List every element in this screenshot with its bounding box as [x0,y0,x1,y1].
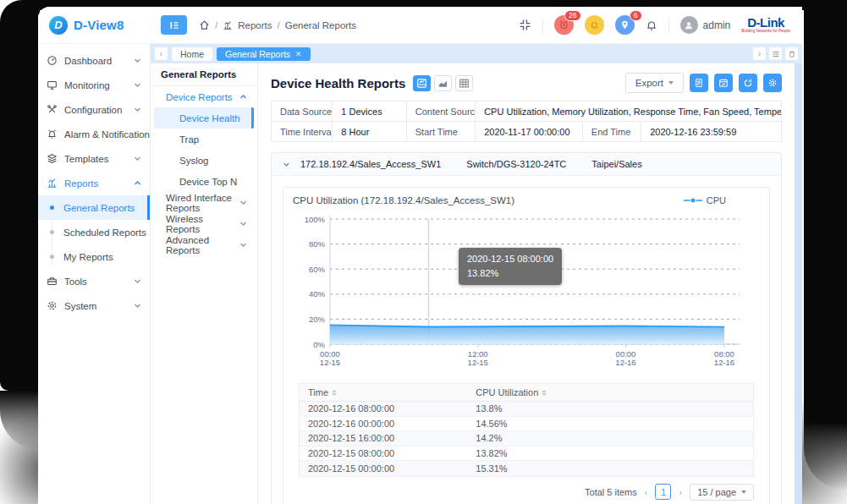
tab-bar-actions: › [753,47,798,60]
next-page-button[interactable]: › [679,487,682,497]
close-icon[interactable]: ✕ [295,50,302,58]
content-source-label: Content Source [406,101,475,122]
tools-icon [47,276,58,287]
prev-page-button[interactable]: ‹ [645,487,648,497]
sidebar-item-reports[interactable]: Reports [38,171,150,195]
export-button[interactable]: Export [625,73,684,93]
sidebar-item-templates[interactable]: Templates [38,146,150,171]
table-row[interactable]: 2020-12-15 16:00:0014.2% [300,431,753,446]
sidebar-item-system[interactable]: System [38,293,150,318]
sort-icon[interactable] [542,390,547,396]
breadcrumb-general-reports[interactable]: General Reports [285,20,356,30]
chart-view-button[interactable] [434,75,452,91]
sidebar-item-my-reports[interactable]: My Reports [38,244,150,269]
svg-text:60%: 60% [309,265,326,274]
table-row[interactable]: 2020-12-16 08:00:0013.8% [300,402,753,417]
tab-scroll-left-button[interactable]: ‹ [155,47,168,60]
content-source-value: CPU Utilization, Memory Utilization, Res… [476,101,782,122]
home-icon[interactable] [199,19,210,30]
dview-logo-icon: D [49,16,68,35]
svg-text:12-15: 12-15 [468,358,488,367]
alarm-notification-icon[interactable]: 26 [554,15,574,35]
tree-item-device-top-n[interactable]: Device Top N [154,171,254,192]
tree-item-advanced-reports[interactable]: Advanced Reports [154,234,254,255]
chevron-up-icon [239,94,247,100]
sidebar-item-general-reports[interactable]: General Reports [38,195,150,220]
tab-label: Home [180,49,204,59]
legend-marker-icon [684,197,702,204]
legend-label: CPU [707,195,726,205]
combined-view-button[interactable] [413,75,431,91]
sidebar-item-tools[interactable]: Tools [38,269,150,293]
sidebar-item-label: System [64,301,96,311]
tree-item-wireless-reports[interactable]: Wireless Reports [154,213,254,234]
cell-cpu: 15.31% [467,463,753,474]
table-row[interactable]: 2020-12-15 08:00:0013.82% [300,446,753,462]
chevron-down-icon [134,82,141,88]
avatar [680,16,698,34]
svg-text:20%: 20% [309,315,326,324]
time-interval-label: Time Interval [272,122,333,142]
page-number-button[interactable]: 1 [655,484,671,500]
reports-icon [47,178,58,189]
event-notification-icon[interactable] [585,15,604,35]
tree-item-device-health[interactable]: Device Health [154,107,254,129]
report-file-button[interactable] [690,74,708,92]
bell-icon[interactable] [646,19,657,31]
sidebar-item-configuration[interactable]: Configuration [38,97,150,122]
chart-title: CPU Utilization (172.18.192.4/Sales_Acce… [293,195,514,205]
cpu-chart[interactable]: 0%20%40%60%80%100%00:0012-1512:0012-1500… [293,209,760,381]
schedule-button[interactable] [714,74,733,92]
legend-cpu[interactable]: CPU [684,195,726,205]
device-model: Switch/DGS-3120-24TC [466,159,566,169]
tree-item-wired-interface-reports[interactable]: Wired Interface Reports [154,192,254,213]
table-row[interactable]: 2020-12-15 00:00:0015.31% [300,461,753,476]
cell-time: 2020-12-16 08:00:00 [300,403,467,414]
tab-scroll-right-button[interactable]: › [753,47,766,60]
app-logo: D D-View8 [38,16,151,35]
sidebar-item-label: Alarm & Notification [64,129,150,140]
list-icon [772,50,780,58]
breadcrumb-separator: / [277,20,279,30]
tree-item-trap[interactable]: Trap [154,129,254,150]
svg-text:12-16: 12-16 [714,358,734,367]
cell-time: 2020-12-16 00:00:00 [300,419,467,429]
tab-general-reports[interactable]: General Reports✕ [217,47,311,61]
chevron-down-icon [239,221,247,227]
end-time-label: End Time [582,122,641,142]
table-view-button[interactable] [455,75,473,91]
alarm-count-badge: 26 [564,10,580,21]
tab-home[interactable]: Home [172,47,212,61]
view-toggle-group [413,75,473,91]
top-navbar: D D-View8 / Reports / General Reports 26 [38,7,802,44]
dashboard-icon [47,55,58,66]
column-header-time[interactable]: Time [300,387,467,397]
sort-icon[interactable] [332,390,337,396]
cpu-data-table: Time CPU Utilization 2020-12-16 [299,383,754,477]
refresh-button[interactable] [739,74,757,92]
sidebar-collapse-button[interactable] [161,15,187,35]
vertical-scrollbar[interactable] [795,63,802,504]
device-section-header[interactable]: 172.18.192.4/Sales_Access_SW1 Switch/DGS… [272,153,781,176]
settings-button[interactable] [763,74,782,92]
sidebar-subitem-label: General Reports [63,203,135,213]
close-all-tabs-button[interactable] [785,47,798,60]
sidebar-item-scheduled-reports[interactable]: Scheduled Reports [38,220,150,244]
export-button-label: Export [635,78,663,88]
column-header-cpu[interactable]: CPU Utilization [467,387,753,397]
navbar-right: 26 6 admin D-Link Building Networks f [519,15,802,35]
sidebar-item-monitoring[interactable]: Monitoring [38,73,150,97]
tab-list-button[interactable] [769,47,782,60]
tree-item-device-reports[interactable]: Device Reports [154,86,254,107]
user-menu[interactable]: admin [680,16,731,34]
breadcrumb-reports[interactable]: Reports [238,20,272,30]
sidebar-item-alarm-notification[interactable]: Alarm & Notification [38,122,150,146]
pagination: Total 5 items ‹ 1 › 15 / page [299,484,754,501]
location-notification-icon[interactable]: 6 [615,15,635,35]
fullscreen-icon[interactable] [519,19,531,31]
tree-item-syslog[interactable]: Syslog [154,150,254,171]
svg-text:40%: 40% [309,289,326,299]
page-size-select[interactable]: 15 / page [690,484,754,501]
sidebar-item-dashboard[interactable]: Dashboard [38,48,150,73]
table-row[interactable]: 2020-12-16 00:00:0014.56% [300,417,753,432]
